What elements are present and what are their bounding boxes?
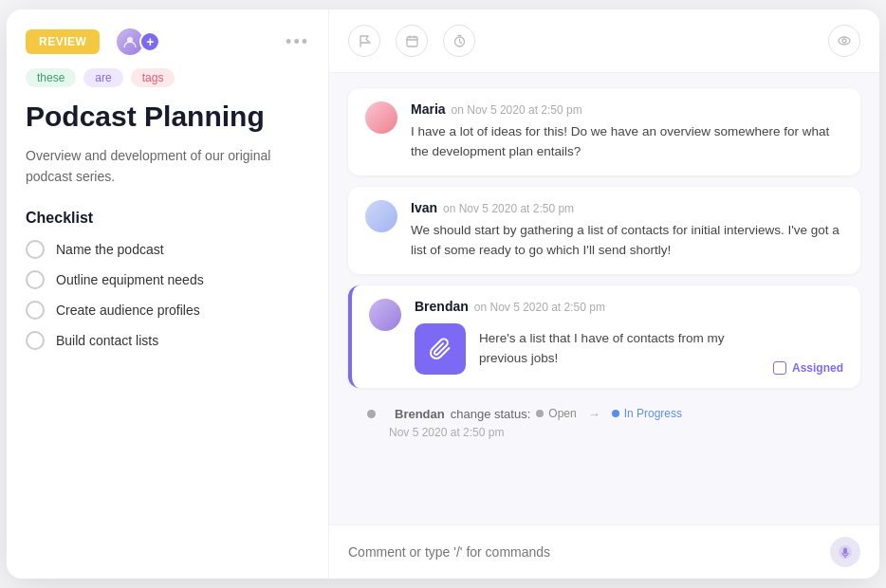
left-panel: REVIEW + ••• these are tags Podcast Plan… <box>7 9 329 579</box>
message-author: Maria <box>411 101 446 117</box>
status-from: Open <box>536 407 576 420</box>
checklist-item-label: Name the podcast <box>56 242 164 257</box>
message-header: Ivan on Nov 5 2020 at 2:50 pm <box>411 200 843 215</box>
message-time: on Nov 5 2020 at 2:50 pm <box>474 301 605 314</box>
tags-row: these are tags <box>7 68 328 101</box>
status-dot-indicator <box>367 410 376 418</box>
progress-dot <box>612 410 619 417</box>
right-header <box>329 9 879 73</box>
message-text: I have a lot of ideas for this! Do we ha… <box>411 122 843 162</box>
message-card-brendan: Brendan on Nov 5 2020 at 2:50 pm Here's … <box>348 285 860 388</box>
svg-point-4 <box>842 39 846 43</box>
arrow-icon: → <box>588 407 600 421</box>
flag-button[interactable] <box>348 25 380 57</box>
comment-input[interactable] <box>348 544 830 560</box>
app-window: REVIEW + ••• these are tags Podcast Plan… <box>7 9 879 579</box>
message-header: Maria on Nov 5 2020 at 2:50 pm <box>411 101 843 117</box>
page-description: Overview and development of our original… <box>26 145 309 188</box>
status-line: Brendan change status: Open → In Progres… <box>367 407 841 421</box>
message-card-maria: Maria on Nov 5 2020 at 2:50 pm I have a … <box>348 88 860 175</box>
timer-button[interactable] <box>443 25 475 57</box>
page-title: Podcast Planning <box>26 101 309 134</box>
tag-are[interactable]: are <box>83 68 122 87</box>
message-author: Brendan <box>415 299 469 314</box>
message-card-ivan: Ivan on Nov 5 2020 at 2:50 pm We should … <box>348 187 860 274</box>
assigned-label: Assigned <box>792 361 843 375</box>
tag-these[interactable]: these <box>26 68 76 87</box>
svg-point-3 <box>839 37 850 45</box>
checklist: Name the podcast Outline equipment needs… <box>26 240 309 350</box>
message-body: Ivan on Nov 5 2020 at 2:50 pm We should … <box>411 200 843 261</box>
message-body: Maria on Nov 5 2020 at 2:50 pm I have a … <box>411 101 843 162</box>
checklist-item: Create audience profiles <box>26 301 309 320</box>
checklist-title: Checklist <box>26 210 309 227</box>
attachment-icon[interactable] <box>415 323 466 375</box>
checkbox-2[interactable] <box>26 270 45 289</box>
checkbox-1[interactable] <box>26 240 45 259</box>
assigned-checkbox[interactable] <box>773 361 786 375</box>
left-header: REVIEW + ••• <box>7 9 328 68</box>
message-header: Brendan on Nov 5 2020 at 2:50 pm <box>415 299 843 314</box>
add-avatar-button[interactable]: + <box>139 31 160 52</box>
checklist-item: Name the podcast <box>26 240 309 259</box>
avatar-ivan <box>365 200 397 232</box>
message-time: on Nov 5 2020 at 2:50 pm <box>443 202 574 215</box>
more-options-button[interactable]: ••• <box>286 32 309 52</box>
eye-button[interactable] <box>828 25 860 57</box>
status-change-block: Brendan change status: Open → In Progres… <box>348 399 860 440</box>
messages-area: Maria on Nov 5 2020 at 2:50 pm I have a … <box>329 73 879 524</box>
checklist-item-label: Create audience profiles <box>56 303 200 318</box>
status-to: In Progress <box>612 407 682 420</box>
checkbox-4[interactable] <box>26 331 45 350</box>
checkbox-3[interactable] <box>26 301 45 320</box>
avatar-maria <box>365 101 397 134</box>
review-button[interactable]: REVIEW <box>26 29 100 54</box>
checklist-item-label: Build contact lists <box>56 333 158 348</box>
avatar-brendan <box>369 299 401 331</box>
status-author: Brendan <box>395 407 445 421</box>
message-author: Ivan <box>411 200 437 215</box>
tag-tags[interactable]: tags <box>131 68 175 87</box>
attachment-box: Here's a list that I have of contacts fr… <box>415 323 843 375</box>
checklist-item-label: Outline equipment needs <box>56 272 204 287</box>
attachment-text: Here's a list that I have of contacts fr… <box>479 329 760 368</box>
message-body: Brendan on Nov 5 2020 at 2:50 pm Here's … <box>415 299 843 375</box>
comment-bar <box>329 524 879 579</box>
open-dot <box>536 410 544 417</box>
message-time: on Nov 5 2020 at 2:50 pm <box>452 103 582 117</box>
message-text: We should start by gathering a list of c… <box>411 221 843 261</box>
avatar-group: + <box>115 27 160 57</box>
svg-rect-1 <box>407 37 417 46</box>
comment-send-button[interactable] <box>830 537 860 567</box>
status-change-label: change status: <box>451 407 531 421</box>
left-content: Podcast Planning Overview and developmen… <box>7 101 328 579</box>
checklist-item: Build contact lists <box>26 331 309 350</box>
checklist-item: Outline equipment needs <box>26 270 309 289</box>
assigned-badge: Assigned <box>773 361 843 375</box>
calendar-button[interactable] <box>396 25 428 57</box>
status-timestamp: Nov 5 2020 at 2:50 pm <box>389 426 504 439</box>
right-panel: Maria on Nov 5 2020 at 2:50 pm I have a … <box>329 9 879 579</box>
